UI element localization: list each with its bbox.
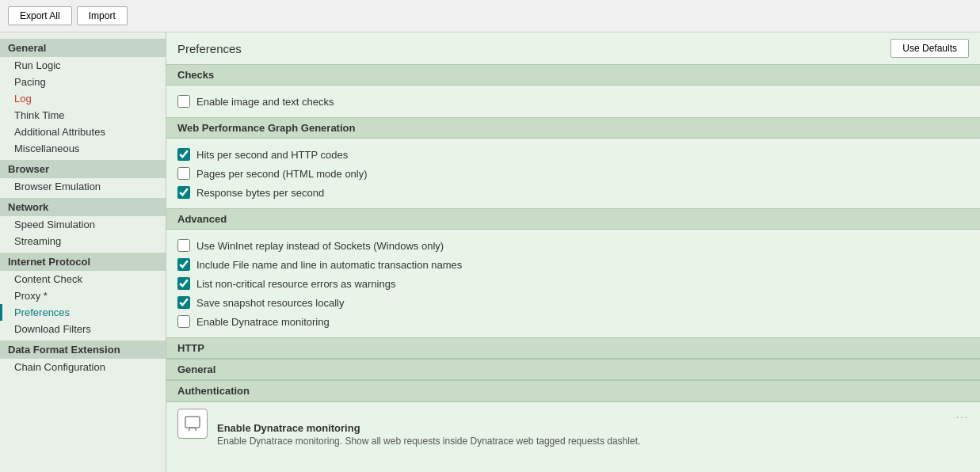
tooltip-title: Enable Dynatrace monitoring: [217, 422, 969, 434]
sections-container: ChecksEnable image and text checksWeb Pe…: [166, 64, 980, 402]
checkbox-row-response-bytes: Response bytes per second: [177, 183, 969, 202]
content-panel: Preferences Use Defaults ChecksEnable im…: [166, 32, 980, 472]
tooltip-icon: [177, 409, 208, 439]
checkbox-response-bytes[interactable]: [177, 186, 190, 199]
checkbox-label-save-snapshot: Save snapshot resources locally: [196, 297, 344, 309]
section-content-web-perf-graph: Hits per second and HTTP codesPages per …: [166, 139, 980, 208]
checkbox-label-hits-per-second: Hits per second and HTTP codes: [196, 149, 348, 161]
section-general: General: [166, 359, 980, 380]
use-defaults-button[interactable]: Use Defaults: [890, 39, 969, 58]
checkbox-label-list-non-critical: List non-critical resource errors as war…: [196, 278, 395, 290]
section-title-general: General: [166, 359, 980, 380]
tooltip-dots: ...: [956, 409, 969, 421]
sidebar-item-preferences[interactable]: Preferences: [0, 304, 166, 321]
section-title-web-perf-graph: Web Performance Graph Generation: [166, 117, 980, 139]
checkbox-row-enable-image-text-checks: Enable image and text checks: [177, 92, 969, 111]
sidebar: GeneralRun LogicPacingLogThink TimeAddit…: [0, 32, 166, 472]
sidebar-item-additional-attributes[interactable]: Additional Attributes: [0, 124, 166, 140]
section-authentication: Authentication: [166, 380, 980, 402]
checkbox-row-hits-per-second: Hits per second and HTTP codes: [177, 145, 969, 164]
section-http: HTTP: [166, 337, 980, 359]
checkbox-hits-per-second[interactable]: [177, 148, 190, 161]
sidebar-item-speed-simulation[interactable]: Speed Simulation: [0, 216, 166, 233]
sidebar-item-proxy[interactable]: Proxy *: [0, 287, 166, 304]
checkbox-label-enable-dynatrace: Enable Dynatrace monitoring: [196, 316, 330, 328]
toolbar: Export All Import: [0, 0, 980, 32]
export-all-button[interactable]: Export All: [8, 6, 72, 25]
sidebar-section-data-format-extension: Data Format Extension: [0, 341, 166, 359]
section-advanced: AdvancedUse WinInet replay instead of So…: [166, 208, 980, 337]
sidebar-section-browser: Browser: [0, 160, 166, 178]
content-header: Preferences Use Defaults: [166, 32, 980, 64]
checkbox-include-file-name[interactable]: [177, 258, 190, 271]
checkbox-pages-per-second[interactable]: [177, 167, 190, 180]
checkbox-row-use-wininet: Use WinInet replay instead of Sockets (W…: [177, 236, 969, 255]
tooltip-text-block: ... Enable Dynatrace monitoring Enable D…: [217, 409, 969, 447]
svg-rect-0: [185, 417, 200, 428]
checkbox-row-include-file-name: Include File name and line in automatic …: [177, 255, 969, 274]
sidebar-item-download-filters[interactable]: Download Filters: [0, 321, 166, 337]
sidebar-item-chain-configuration[interactable]: Chain Configuration: [0, 359, 166, 375]
checkbox-row-enable-dynatrace: Enable Dynatrace monitoring: [177, 312, 969, 331]
checkbox-use-wininet[interactable]: [177, 239, 190, 252]
sidebar-section-network: Network: [0, 198, 166, 216]
checkbox-label-response-bytes: Response bytes per second: [196, 187, 324, 199]
sidebar-section-internet-protocol: Internet Protocol: [0, 253, 166, 271]
sidebar-item-think-time[interactable]: Think Time: [0, 107, 166, 124]
checkbox-list-non-critical[interactable]: [177, 277, 190, 290]
checkbox-label-use-wininet: Use WinInet replay instead of Sockets (W…: [196, 240, 444, 252]
section-checks: ChecksEnable image and text checks: [166, 64, 980, 117]
sidebar-section-general: General: [0, 39, 166, 57]
checkbox-label-enable-image-text-checks: Enable image and text checks: [196, 96, 334, 108]
section-title-authentication: Authentication: [166, 380, 980, 402]
import-button[interactable]: Import: [77, 6, 128, 25]
page-title: Preferences: [177, 42, 242, 55]
checkbox-enable-image-text-checks[interactable]: [177, 95, 190, 108]
sidebar-item-streaming[interactable]: Streaming: [0, 233, 166, 249]
checkbox-save-snapshot[interactable]: [177, 296, 190, 309]
sidebar-item-log[interactable]: Log: [0, 90, 166, 107]
sidebar-item-run-logic[interactable]: Run Logic: [0, 57, 166, 74]
checkbox-row-pages-per-second: Pages per second (HTML mode only): [177, 164, 969, 183]
checkbox-label-include-file-name: Include File name and line in automatic …: [196, 259, 462, 271]
tooltip-bar: ... Enable Dynatrace monitoring Enable D…: [166, 402, 980, 453]
app-container: Export All Import GeneralRun LogicPacing…: [0, 0, 980, 472]
checkbox-enable-dynatrace[interactable]: [177, 315, 190, 328]
sidebar-item-content-check[interactable]: Content Check: [0, 271, 166, 287]
checkbox-row-save-snapshot: Save snapshot resources locally: [177, 293, 969, 312]
section-content-checks: Enable image and text checks: [166, 86, 980, 117]
section-title-http: HTTP: [166, 337, 980, 359]
section-content-advanced: Use WinInet replay instead of Sockets (W…: [166, 230, 980, 337]
sidebar-item-pacing[interactable]: Pacing: [0, 74, 166, 90]
tooltip-description: Enable Dynatrace monitoring. Show all we…: [217, 436, 969, 447]
sidebar-item-miscellaneous[interactable]: Miscellaneous: [0, 140, 166, 157]
checkbox-label-pages-per-second: Pages per second (HTML mode only): [196, 168, 368, 180]
sidebar-item-browser-emulation[interactable]: Browser Emulation: [0, 178, 166, 195]
checkbox-row-list-non-critical: List non-critical resource errors as war…: [177, 274, 969, 293]
section-title-checks: Checks: [166, 64, 980, 86]
section-web-perf-graph: Web Performance Graph GenerationHits per…: [166, 117, 980, 208]
main-area: GeneralRun LogicPacingLogThink TimeAddit…: [0, 32, 980, 472]
section-title-advanced: Advanced: [166, 208, 980, 230]
